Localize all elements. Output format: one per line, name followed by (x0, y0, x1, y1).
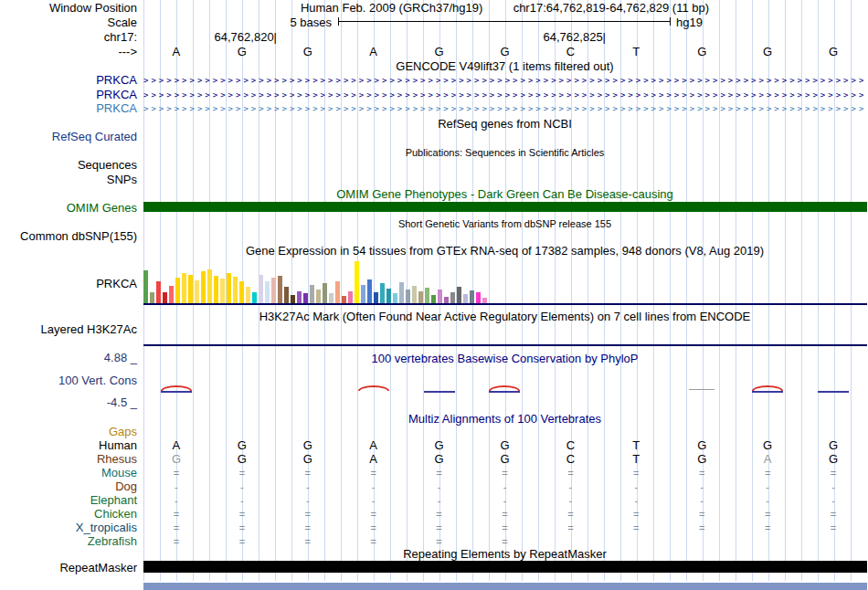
gtex-tissue-bar[interactable] (143, 270, 148, 303)
align-cell: G (735, 439, 800, 452)
omim-title[interactable]: OMIM Gene Phenotypes - Dark Green Can Be… (143, 188, 866, 201)
gtex-tissue-bar[interactable] (361, 285, 365, 303)
gtex-tissue-bar[interactable] (182, 273, 186, 303)
gtex-tissue-bar[interactable] (406, 290, 410, 303)
gtex-tissue-bar[interactable] (470, 290, 474, 303)
gene-arrow-row[interactable]: >>>>>>>>>>>>>>>>>>>>>>>>>>>>>>>>>>>>>>>>… (143, 75, 866, 86)
gtex-tissue-bar[interactable] (476, 292, 481, 303)
multiz-title[interactable]: Multiz Alignments of 100 Vertebrates (143, 413, 866, 426)
gtex-tissue-bar[interactable] (201, 271, 206, 303)
multiz-species-label[interactable]: X_tropicalis (0, 522, 137, 534)
multiz-align-row: =========== (143, 508, 866, 521)
gtex-tissue-bar[interactable] (169, 286, 174, 303)
gtex-tissue-bar[interactable] (412, 286, 417, 303)
align-cell: = (472, 467, 538, 479)
gtex-tissue-bar[interactable] (246, 287, 250, 303)
align-cell: - (537, 480, 603, 493)
gtex-tissue-bar[interactable] (348, 291, 353, 303)
gtex-tissue-bar[interactable] (431, 295, 436, 303)
dbsnp-title[interactable]: Short Genetic Variants from dbSNP releas… (143, 217, 866, 230)
gencode-gene-label[interactable]: PRKCA (0, 74, 137, 87)
gtex-tissue-bar[interactable] (457, 287, 461, 303)
align-cell: G (800, 453, 866, 466)
sequences-label[interactable]: Sequences (0, 159, 137, 172)
phylop-title[interactable]: 100 vertebrates Basewise Conservation by… (143, 353, 866, 365)
gtex-tissue-bar[interactable] (355, 261, 359, 303)
gtex-tissue-bar[interactable] (374, 292, 378, 303)
gtex-tissue-bar[interactable] (425, 288, 429, 303)
align-cell (669, 535, 735, 548)
gtex-tissue-bar[interactable] (399, 282, 404, 303)
gencode-gene-label[interactable]: PRKCA (0, 89, 137, 101)
repeatmasker-label[interactable]: RepeatMasker (0, 562, 137, 574)
gtex-tissue-bar[interactable] (393, 293, 397, 303)
multiz-species-label[interactable]: Zebrafish (0, 535, 137, 548)
gencode-title[interactable]: GENCODE V49lift37 (1 items filtered out) (143, 60, 866, 73)
multiz-species-label[interactable]: Mouse (0, 467, 137, 479)
gtex-tissue-bar[interactable] (335, 281, 340, 303)
multiz-species-label[interactable]: Elephant (0, 494, 137, 507)
gene-arrow-row[interactable]: >>>>>>>>>>>>>>>>>>>>>>>>>>>>>>>>>>>>>>>>… (143, 103, 866, 114)
gtex-tissue-bar[interactable] (220, 279, 225, 303)
align-cell: = (407, 535, 472, 548)
gtex-tissue-bar[interactable] (386, 289, 391, 303)
refseq-title[interactable]: RefSeq genes from NCBI (143, 118, 866, 131)
snps-label[interactable]: SNPs (0, 174, 137, 186)
omim-genes-label[interactable]: OMIM Genes (0, 202, 137, 215)
publications-title[interactable]: Publications: Sequences in Scientific Ar… (143, 146, 866, 159)
gtex-tissue-bar[interactable] (438, 290, 442, 303)
repeatmasker-bar[interactable] (143, 561, 867, 573)
gene-arrow-row[interactable]: >>>>>>>>>>>>>>>>>>>>>>>>>>>>>>>>>>>>>>>>… (143, 90, 866, 100)
gtex-tissue-bar[interactable] (175, 278, 180, 303)
gtex-tissue-bar[interactable] (284, 287, 289, 303)
gtex-tissue-bar[interactable] (227, 273, 231, 303)
refseq-curated-label[interactable]: RefSeq Curated (0, 131, 137, 143)
align-cell: G (407, 439, 472, 452)
gtex-tissue-bar[interactable] (156, 281, 161, 303)
gtex-tissue-bar[interactable] (195, 280, 199, 303)
h3k27ac-label[interactable]: Layered H3K27Ac (0, 323, 137, 336)
gtex-tissue-bar[interactable] (188, 275, 193, 303)
phylop-track-label[interactable]: 100 Vert. Cons (0, 374, 137, 387)
gtex-chart[interactable] (143, 261, 866, 303)
gtex-tissue-bar[interactable] (323, 283, 327, 303)
h3k27ac-title[interactable]: H3K27Ac Mark (Often Found Near Active Re… (143, 311, 866, 323)
gtex-tissue-bar[interactable] (239, 281, 244, 303)
omim-gene-bar[interactable] (143, 202, 867, 212)
gtex-tissue-bar[interactable] (252, 292, 257, 303)
gtex-title[interactable]: Gene Expression in 54 tissues from GTEx … (143, 245, 866, 258)
align-cell: = (735, 467, 800, 479)
gtex-tissue-bar[interactable] (265, 281, 270, 303)
gtex-tissue-bar[interactable] (342, 296, 346, 303)
gtex-tissue-bar[interactable] (310, 285, 314, 303)
gtex-tissue-bar[interactable] (418, 291, 423, 303)
gtex-tissue-bar[interactable] (259, 275, 263, 303)
gtex-tissue-bar[interactable] (463, 294, 468, 303)
multiz-species-label[interactable]: Dog (0, 480, 137, 493)
gtex-tissue-bar[interactable] (214, 276, 218, 303)
gtex-tissue-bar[interactable] (207, 269, 212, 303)
gtex-tissue-bar[interactable] (271, 278, 276, 303)
gtex-tissue-bar[interactable] (297, 291, 302, 303)
multiz-species-label[interactable]: Gaps (0, 426, 137, 438)
gtex-tissue-bar[interactable] (444, 297, 449, 303)
multiz-species-label[interactable]: Chicken (0, 508, 137, 521)
gtex-tissue-bar[interactable] (278, 276, 282, 303)
gtex-tissue-bar[interactable] (316, 290, 321, 303)
gtex-gene-label[interactable]: PRKCA (0, 278, 137, 290)
align-cell: = (407, 508, 472, 521)
gtex-tissue-bar[interactable] (291, 295, 295, 303)
gtex-tissue-bar[interactable] (380, 283, 385, 303)
multiz-species-label[interactable]: Rhesus (0, 453, 137, 466)
gtex-tissue-bar[interactable] (329, 293, 333, 303)
gtex-tissue-bar[interactable] (367, 279, 372, 303)
gtex-tissue-bar[interactable] (150, 292, 154, 303)
gencode-gene-label[interactable]: PRKCA (0, 102, 137, 115)
multiz-species-label[interactable]: Human (0, 439, 137, 452)
gtex-tissue-bar[interactable] (303, 293, 308, 303)
dbsnp-label[interactable]: Common dbSNP(155) (0, 230, 137, 243)
gtex-tissue-bar[interactable] (233, 277, 238, 303)
gtex-tissue-bar[interactable] (163, 292, 167, 303)
repeatmasker-title[interactable]: Repeating Elements by RepeatMasker (143, 548, 866, 561)
gtex-tissue-bar[interactable] (450, 292, 455, 303)
